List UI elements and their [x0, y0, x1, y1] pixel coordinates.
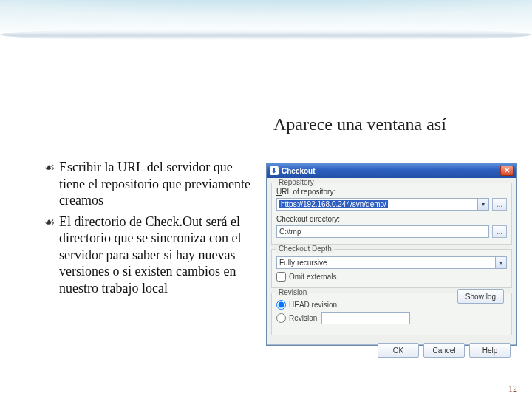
- url-label: UURL of repository:RL of repository:: [276, 188, 335, 196]
- url-browse-button[interactable]: ...: [492, 198, 507, 211]
- group-repository: Repository UURL of repository:RL of repo…: [271, 183, 512, 245]
- rev-radio[interactable]: [276, 313, 286, 323]
- head-label: HEAD revision: [289, 301, 337, 309]
- chevron-down-icon[interactable]: ▾: [495, 257, 506, 268]
- bullet-list: Escribir la URL del servidor que tiene e…: [44, 159, 259, 301]
- omit-externals-label: Omit externals: [289, 273, 336, 281]
- dialog-button-row: OK Cancel Help: [267, 338, 516, 362]
- ok-button[interactable]: OK: [378, 343, 419, 358]
- dir-browse-button[interactable]: ...: [492, 225, 507, 238]
- omit-externals-checkbox[interactable]: Omit externals: [276, 272, 507, 282]
- head-radio[interactable]: [276, 300, 286, 310]
- bullet-item: Escribir la URL del servidor que tiene e…: [44, 159, 259, 209]
- dialog-title: Checkout: [282, 167, 316, 175]
- depth-select[interactable]: Fully recursive ▾: [276, 256, 507, 269]
- group-label-depth: Checkout Depth: [276, 245, 334, 253]
- group-label-repository: Repository: [276, 178, 316, 186]
- decorative-wave: [0, 0, 532, 44]
- dialog-titlebar[interactable]: ⬇ Checkout ✕: [267, 163, 516, 178]
- rev-input[interactable]: [321, 312, 410, 324]
- depth-value: Fully recursive: [279, 259, 327, 267]
- chevron-down-icon[interactable]: ▾: [477, 199, 488, 210]
- specific-revision-radio[interactable]: Revision: [276, 312, 507, 324]
- bullet-item: El directorio de Check.Out será el direc…: [44, 214, 259, 297]
- close-icon: ✕: [504, 167, 510, 174]
- group-revision: Revision HEAD revision Revision Show log: [271, 293, 512, 335]
- presentation-slide: Aparece una ventana así Escribir la URL …: [0, 0, 532, 399]
- url-input[interactable]: https://192.168.0.244/svn/demo/ ▾: [276, 198, 489, 211]
- url-value: https://192.168.0.244/svn/demo/: [279, 200, 388, 208]
- page-number: 12: [508, 383, 517, 395]
- checkout-dialog: ⬇ Checkout ✕ Repository UURL of reposito…: [266, 163, 517, 346]
- close-button[interactable]: ✕: [500, 166, 514, 176]
- group-depth: Checkout Depth Fully recursive ▾ Omit ex…: [271, 249, 512, 288]
- dir-value: C:\tmp: [279, 228, 301, 236]
- omit-externals-box[interactable]: [276, 272, 286, 282]
- group-label-revision: Revision: [276, 288, 309, 296]
- help-button[interactable]: Help: [469, 343, 511, 358]
- rev-label: Revision: [289, 314, 317, 322]
- dir-input[interactable]: C:\tmp: [276, 225, 489, 238]
- cancel-button[interactable]: Cancel: [423, 343, 465, 358]
- dir-label: Checkout directory:: [276, 215, 507, 223]
- show-log-button[interactable]: Show log: [457, 289, 504, 304]
- checkout-icon: ⬇: [270, 166, 279, 175]
- slide-title: Aparece una ventana así: [273, 115, 517, 134]
